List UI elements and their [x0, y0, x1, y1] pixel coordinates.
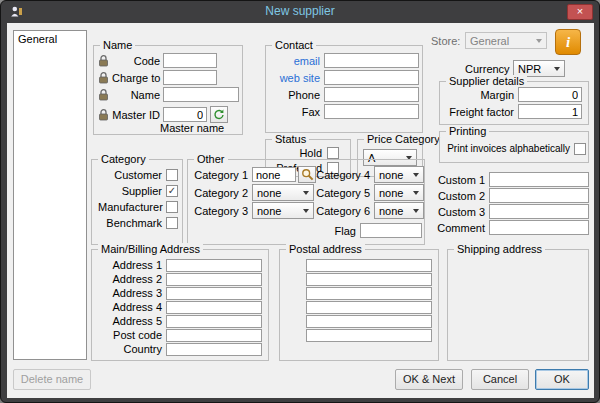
- chevron-down-icon: [409, 167, 423, 182]
- print-alphabetically-label: Print invoices alphabetically: [442, 143, 570, 154]
- code-label: Code: [112, 55, 160, 67]
- customer-label: Customer: [98, 169, 162, 181]
- custom2-input[interactable]: [489, 188, 589, 203]
- custom3-input[interactable]: [489, 204, 589, 219]
- category3-dropdown[interactable]: none: [252, 202, 314, 219]
- address4-input[interactable]: [166, 301, 262, 314]
- fax-input[interactable]: [324, 104, 419, 119]
- customer-checkbox[interactable]: [166, 169, 178, 181]
- custom3-label: Custom 3: [427, 206, 485, 218]
- category6-label: Category 6: [316, 205, 370, 217]
- postal-address-group-title: Postal address: [286, 243, 365, 255]
- magnifier-icon: [301, 168, 314, 181]
- category-group-title: Category: [98, 153, 149, 165]
- web-site-link[interactable]: web site: [270, 72, 320, 84]
- margin-label: Margin: [448, 89, 514, 101]
- address3-label: Address 3: [98, 287, 162, 299]
- supplier-checkbox[interactable]: ✓: [166, 185, 178, 197]
- other-group-title: Other: [194, 153, 228, 165]
- code-input[interactable]: [163, 53, 217, 68]
- dialog-content: General Name Code Charge to Name M: [7, 23, 594, 398]
- address5-input[interactable]: [166, 315, 262, 328]
- margin-input[interactable]: [518, 87, 582, 102]
- printing-group: Printing Print invoices alphabetically: [439, 131, 589, 163]
- address2-input[interactable]: [166, 273, 262, 286]
- billing-address-group-title: Main/Billing Address: [98, 243, 203, 255]
- chevron-down-icon: [532, 33, 546, 48]
- category1-label: Category 1: [194, 169, 248, 181]
- currency-label: Currency: [465, 63, 510, 75]
- ok-button[interactable]: OK: [535, 369, 589, 390]
- category-group: Category Customer Supplier ✓ Manufacture…: [91, 159, 183, 245]
- flag-input[interactable]: [360, 223, 422, 238]
- print-alphabetically-checkbox[interactable]: [574, 143, 586, 155]
- contact-group: Contact email web site Phone Fax: [265, 45, 423, 133]
- address4-label: Address 4: [98, 301, 162, 313]
- fax-label: Fax: [270, 106, 320, 118]
- price-category-group-title: Price Category: [364, 133, 443, 145]
- freight-factor-label: Freight factor: [448, 106, 514, 118]
- category1-input[interactable]: [252, 167, 296, 182]
- postal-address-input-4[interactable]: [306, 301, 432, 314]
- phone-input[interactable]: [324, 87, 419, 102]
- postal-address-input-1[interactable]: [306, 259, 432, 272]
- name-label: Name: [112, 89, 160, 101]
- flag-label: Flag: [296, 225, 356, 237]
- postal-address-input-5[interactable]: [306, 315, 432, 328]
- address1-label: Address 1: [98, 259, 162, 271]
- refresh-icon: [213, 109, 225, 121]
- info-button[interactable]: i: [555, 29, 581, 55]
- cancel-button[interactable]: Cancel: [471, 369, 529, 390]
- phone-label: Phone: [270, 89, 320, 101]
- hold-label: Hold: [272, 147, 322, 159]
- titlebar: New supplier ×: [1, 1, 599, 23]
- freight-factor-input[interactable]: [518, 104, 582, 119]
- supplier-label: Supplier: [98, 185, 162, 197]
- lock-icon: [98, 89, 109, 101]
- category6-dropdown[interactable]: none: [374, 202, 424, 219]
- postal-address-input-3[interactable]: [306, 287, 432, 300]
- email-link[interactable]: email: [270, 55, 320, 67]
- name-group-title: Name: [100, 39, 135, 51]
- hold-checkbox[interactable]: [327, 147, 339, 159]
- refresh-master-button[interactable]: [210, 106, 228, 123]
- country-label: Country: [98, 343, 162, 355]
- category5-label: Category 5: [316, 187, 370, 199]
- category1-search-button[interactable]: [298, 166, 316, 183]
- postal-address-input-2[interactable]: [306, 273, 432, 286]
- address1-input[interactable]: [166, 259, 262, 272]
- charge-to-input[interactable]: [163, 70, 217, 85]
- contact-group-title: Contact: [272, 39, 316, 51]
- comment-input[interactable]: [489, 220, 589, 235]
- country-input[interactable]: [166, 343, 262, 356]
- tab-general[interactable]: General: [14, 31, 86, 47]
- post-code-input[interactable]: [166, 329, 262, 342]
- store-dropdown: General: [465, 32, 547, 49]
- ok-next-button[interactable]: OK & Next: [395, 369, 463, 390]
- new-supplier-dialog: New supplier × General Name Code Charge …: [0, 0, 600, 403]
- category5-dropdown[interactable]: none: [374, 184, 424, 201]
- web-site-input[interactable]: [324, 70, 419, 85]
- address2-label: Address 2: [98, 273, 162, 285]
- manufacturer-checkbox[interactable]: [166, 201, 178, 213]
- address3-input[interactable]: [166, 287, 262, 300]
- shipping-address-group-title: Shipping address: [454, 243, 545, 255]
- custom1-input[interactable]: [489, 172, 589, 187]
- chevron-down-icon: [409, 203, 423, 218]
- category4-label: Category 4: [316, 169, 370, 181]
- lock-icon: [98, 109, 109, 121]
- master-id-input[interactable]: [163, 107, 207, 122]
- category4-dropdown[interactable]: none: [374, 166, 424, 183]
- postal-address-input-6[interactable]: [306, 329, 432, 342]
- master-name-caption: Master name: [160, 122, 224, 134]
- post-code-label: Post code: [98, 329, 162, 341]
- benchmark-checkbox[interactable]: [166, 217, 178, 229]
- chevron-down-icon: [299, 185, 313, 200]
- category3-label: Category 3: [194, 205, 248, 217]
- benchmark-label: Benchmark: [98, 217, 162, 229]
- manufacturer-label: Manufacturer: [98, 201, 162, 213]
- name-input[interactable]: [163, 87, 239, 102]
- category2-dropdown[interactable]: none: [252, 184, 314, 201]
- close-button[interactable]: ×: [567, 4, 593, 20]
- email-input[interactable]: [324, 53, 419, 68]
